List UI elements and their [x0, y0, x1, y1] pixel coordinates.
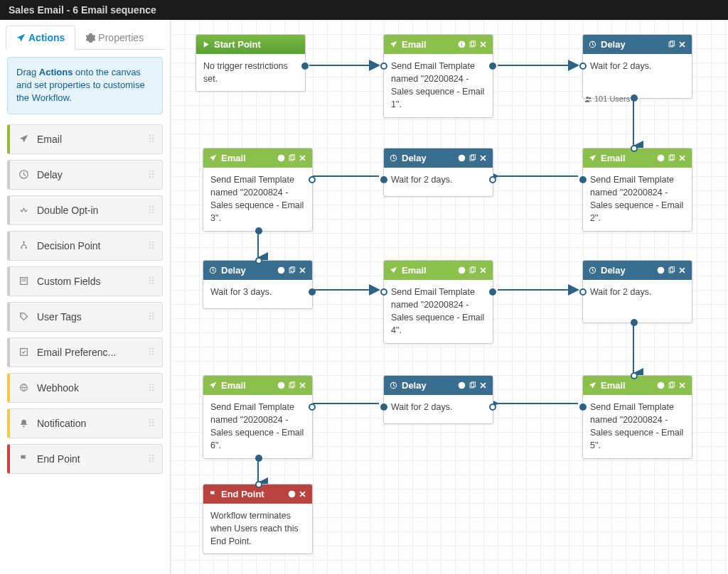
port-in[interactable]: [255, 257, 262, 264]
port-in[interactable]: [631, 372, 638, 379]
info-icon[interactable]: [277, 266, 285, 274]
port-in[interactable]: [579, 63, 587, 70]
port-out[interactable]: [579, 176, 587, 183]
close-icon[interactable]: [299, 154, 306, 162]
node-delay-5[interactable]: Delay Wait for 2 days.: [383, 375, 493, 424]
node-header: Email: [384, 261, 493, 280]
copy-icon[interactable]: [288, 381, 296, 389]
port-out[interactable]: [255, 227, 262, 234]
node-body: Send Email Template named "20200824 - Sa…: [583, 168, 692, 231]
action-delay[interactable]: Delay ⠿: [7, 160, 163, 190]
node-body: Send Email Template named "20200824 - Sa…: [203, 168, 312, 231]
close-icon[interactable]: [479, 154, 487, 162]
action-email-preferences[interactable]: Email Preferenc... ⠿: [7, 337, 163, 367]
action-custom-fields[interactable]: Custom Fields ⠿: [7, 266, 163, 296]
close-icon[interactable]: [678, 154, 686, 162]
node-email-4[interactable]: Email Send Email Template named "2020082…: [383, 260, 493, 344]
port-in[interactable]: [255, 481, 262, 488]
info-icon[interactable]: [458, 154, 466, 162]
node-toolbar: [458, 266, 487, 274]
copy-icon[interactable]: [469, 266, 476, 274]
node-delay-4[interactable]: Delay Wait for 2 days.: [582, 260, 692, 323]
node-email-6[interactable]: Email Send Email Template named "2020082…: [203, 375, 313, 459]
action-webhook[interactable]: Webhook ⠿: [7, 373, 163, 403]
copy-icon[interactable]: [668, 381, 675, 389]
node-start[interactable]: Start Point No trigger restrictions set.: [196, 34, 306, 92]
svg-point-5: [21, 314, 23, 315]
close-icon[interactable]: [479, 381, 487, 389]
port-in[interactable]: [579, 288, 587, 296]
copy-icon[interactable]: [469, 40, 476, 48]
copy-icon[interactable]: [288, 266, 296, 274]
action-user-tags[interactable]: User Tags ⠿: [7, 302, 163, 332]
info-icon[interactable]: [657, 154, 665, 162]
info-icon[interactable]: [277, 381, 285, 389]
tab-actions[interactable]: Actions: [6, 26, 75, 50]
port-out[interactable]: [380, 176, 387, 183]
node-email-3[interactable]: Email Send Email Template named "2020082…: [203, 148, 313, 232]
close-icon[interactable]: [299, 490, 306, 498]
port-in[interactable]: [631, 145, 638, 152]
tab-properties[interactable]: Properties: [75, 26, 154, 49]
bell-icon: [17, 418, 30, 428]
copy-icon[interactable]: [668, 266, 675, 274]
copy-icon[interactable]: [668, 40, 675, 48]
node-title: Email: [601, 153, 626, 163]
globe-icon: [17, 383, 30, 392]
info-icon[interactable]: [458, 381, 466, 389]
port-in[interactable]: [489, 176, 496, 183]
action-double-opt-in[interactable]: Double Opt-in ⠿: [7, 195, 163, 225]
copy-icon[interactable]: [668, 154, 675, 162]
canvas[interactable]: Start Point No trigger restrictions set.…: [171, 20, 728, 574]
node-header: Delay: [583, 35, 692, 54]
port-in[interactable]: [380, 63, 387, 70]
close-icon[interactable]: [678, 266, 686, 274]
action-decision-point[interactable]: Decision Point ⠿: [7, 231, 163, 261]
node-email-5[interactable]: Email Send Email Template named "2020082…: [582, 375, 692, 459]
info-icon[interactable]: [458, 266, 466, 274]
port-out[interactable]: [489, 63, 496, 70]
action-email[interactable]: Email ⠿: [7, 124, 163, 154]
node-email-1[interactable]: Email i Send Email Template named "20200…: [383, 34, 493, 118]
node-email-2[interactable]: Email Send Email Template named "2020082…: [582, 148, 692, 232]
port-in[interactable]: [309, 404, 316, 411]
port-out[interactable]: [489, 288, 496, 296]
action-label: Custom Fields: [37, 276, 100, 287]
info-icon[interactable]: i: [458, 40, 466, 48]
copy-icon[interactable]: [469, 381, 476, 389]
svg-point-29: [658, 155, 665, 162]
port-out[interactable]: [579, 404, 587, 411]
port-in[interactable]: [380, 288, 387, 296]
node-delay-2[interactable]: Delay Wait for 2 days.: [383, 148, 493, 197]
info-icon[interactable]: [288, 490, 296, 498]
info-icon[interactable]: [657, 266, 665, 274]
close-icon[interactable]: [299, 266, 306, 274]
port-out[interactable]: [309, 288, 316, 296]
close-icon[interactable]: [678, 40, 686, 48]
port-out[interactable]: [631, 319, 638, 326]
close-icon[interactable]: [479, 40, 487, 48]
action-end-point[interactable]: End Point ⠿: [7, 444, 163, 474]
action-notification[interactable]: Notification ⠿: [7, 408, 163, 438]
port-out[interactable]: [301, 63, 309, 70]
copy-icon[interactable]: [469, 154, 476, 162]
port-out[interactable]: [380, 404, 387, 411]
port-out[interactable]: [631, 94, 638, 102]
close-icon[interactable]: [299, 381, 306, 389]
node-title: Delay: [221, 265, 246, 276]
node-end[interactable]: End Point Workflow terminates when Users…: [203, 484, 313, 554]
copy-icon[interactable]: [288, 154, 296, 162]
port-out[interactable]: [255, 455, 262, 462]
node-delay-3[interactable]: Delay Wait for 3 days.: [203, 260, 313, 309]
node-body: Wait for 3 days.: [203, 280, 312, 308]
node-delay-1[interactable]: Delay Wait for 2 days.: [582, 34, 692, 99]
port-in[interactable]: [309, 176, 316, 183]
paper-plane-icon: [209, 154, 217, 162]
clock-icon: [589, 266, 596, 274]
info-icon[interactable]: [657, 381, 665, 389]
clock-icon: [17, 170, 30, 179]
close-icon[interactable]: [479, 266, 487, 274]
close-icon[interactable]: [678, 381, 686, 389]
port-in[interactable]: [489, 404, 496, 411]
info-icon[interactable]: [277, 154, 285, 162]
